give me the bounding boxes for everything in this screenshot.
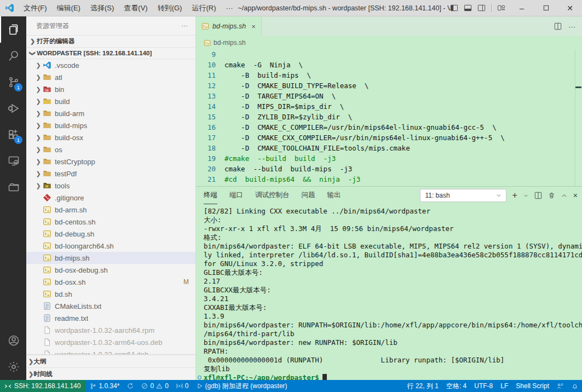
tree-item-wordpaster-1.0.32-arm64-uos.deb[interactable]: wordpaster-1.0.32-arm64-uos.deb xyxy=(26,336,195,348)
activity-folders-icon[interactable] xyxy=(0,174,26,200)
panel-tab-问题[interactable]: 问题 xyxy=(302,187,315,204)
toggle-sidebar-icon[interactable] xyxy=(450,4,458,12)
code-line-17[interactable]: 17 -D CMAKE_CXX_COMPILER=/usr/bin/mips64… xyxy=(196,132,582,143)
toggle-secondary-sidebar-icon[interactable] xyxy=(477,4,486,12)
tree-item-bd-centos.sh[interactable]: bd-centos.sh xyxy=(26,216,195,228)
tree-item-wordpaster-1.0.32-arm64.deb[interactable]: wordpaster-1.0.32-arm64.deb xyxy=(26,348,195,354)
menu-6[interactable]: ··· xyxy=(221,0,238,16)
kill-terminal-icon[interactable] xyxy=(548,192,555,199)
panel-tab-调试控制台[interactable]: 调试控制台 xyxy=(255,187,290,204)
ports-status[interactable]: 0 xyxy=(172,380,193,392)
tree-item-testCryptopp[interactable]: ❯testCryptopp xyxy=(26,155,195,168)
menu-0[interactable]: 文件(F) xyxy=(19,0,52,16)
menu-2[interactable]: 选择(S) xyxy=(85,0,119,16)
language-mode[interactable]: Shell Script xyxy=(512,380,553,392)
code-editor[interactable]: 910cmake -G Ninja \11 -B build-mips \12 … xyxy=(196,49,582,186)
terminal-output[interactable]: [82/82] Linking CXX executable ../bin/mi… xyxy=(196,204,582,380)
split-editor-icon[interactable] xyxy=(554,22,562,30)
editor-more-actions-icon[interactable]: ··· xyxy=(568,22,575,31)
tree-item-build-mips[interactable]: ❯build-mips xyxy=(26,119,195,131)
menu-5[interactable]: 运行(R) xyxy=(187,0,221,16)
customize-layout-icon[interactable] xyxy=(497,4,505,12)
tree-item-build-arm[interactable]: ❯build-arm xyxy=(26,107,195,119)
tree-item-bd-debug.sh[interactable]: bd-debug.sh xyxy=(26,228,195,240)
tree-item-os[interactable]: ❯os xyxy=(26,143,195,155)
code-line-12[interactable]: 12 -D CMAKE_BUILD_TYPE=Release \ xyxy=(196,80,582,91)
code-line-10[interactable]: 10cmake -G Ninja \ xyxy=(196,60,582,70)
panel-tab-输出[interactable]: 输出 xyxy=(327,187,341,204)
toggle-panel-icon[interactable] xyxy=(464,4,472,12)
activity-search-icon[interactable] xyxy=(0,43,26,69)
panel-tab-端口[interactable]: 端口 xyxy=(229,187,243,204)
terminal-dropdown-icon[interactable] xyxy=(523,193,528,198)
maximize-button[interactable] xyxy=(534,0,558,16)
sync-status[interactable] xyxy=(123,380,137,392)
activity-extensions-icon[interactable]: 1 xyxy=(0,122,26,148)
tree-item-bd-loongarch64.sh[interactable]: bd-loongarch64.sh xyxy=(26,240,195,252)
code-line-18[interactable]: 18 -D CMAKE_TOOLCHAIN_FILE=tools/mips.cm… xyxy=(196,143,582,153)
git-branch-status[interactable]: 1.0.34* xyxy=(86,380,123,392)
minimize-button[interactable]: – xyxy=(510,0,534,16)
cursor-position[interactable]: 行 22, 列 1 xyxy=(404,380,442,392)
code-line-15[interactable]: 15 -D ZYLIB_DIR=$zylib_dir \ xyxy=(196,112,582,122)
tree-item-testPdf[interactable]: ❯testPdf xyxy=(26,168,195,180)
feedback-status[interactable] xyxy=(553,380,568,392)
notifications-status[interactable] xyxy=(568,380,582,392)
problems-status[interactable]: 0 0 xyxy=(137,380,172,392)
activity-source-control-icon[interactable]: 1 xyxy=(0,69,26,95)
code-line-9[interactable]: 9 xyxy=(196,49,582,60)
remote-indicator[interactable]: SSH: 192.168.141.140 xyxy=(0,380,86,392)
code-line-19[interactable]: 19#cmake --build build -j3 xyxy=(196,153,582,164)
menu-3[interactable]: 查看(V) xyxy=(119,0,152,16)
menu-1[interactable]: 编辑(E) xyxy=(52,0,85,16)
split-terminal-icon[interactable] xyxy=(534,192,542,199)
workspace-root-section[interactable]: ❯ WORDPASTER [SSH: 192.168.141.140] xyxy=(26,47,195,59)
tree-item-bd-osx.sh[interactable]: bd-osx.shM xyxy=(26,276,195,288)
tree-item-bd-arm.sh[interactable]: bd-arm.sh xyxy=(26,204,195,216)
open-editors-section[interactable]: ❯ 打开的编辑器 xyxy=(26,35,195,47)
panel-tab-终端[interactable]: 终端 xyxy=(204,187,217,204)
tree-item-wordpaster-1.0.32-aarch64.rpm[interactable]: wordpaster-1.0.32-aarch64.rpm xyxy=(26,324,195,336)
tree-item-build-osx[interactable]: ❯build-osx xyxy=(26,131,195,143)
tree-item-CMakeLists.txt[interactable]: CMakeLists.txt xyxy=(26,300,195,312)
code-line-13[interactable]: 13 -D TARGET_MIPS64=ON \ xyxy=(196,91,582,101)
tab-bd-mips[interactable]: bd-mips.sh × xyxy=(196,16,262,36)
close-button[interactable]: ✕ xyxy=(558,0,582,16)
tree-item-.gitignore[interactable]: .gitignore xyxy=(26,192,195,204)
tree-item-.vscode[interactable]: ❯.vscode xyxy=(26,59,195,71)
sidebar-section-大纲[interactable]: ❯大纲 xyxy=(26,355,195,367)
tree-item-atl[interactable]: ❯atl xyxy=(26,71,195,83)
breadcrumb[interactable]: bd-mips.sh xyxy=(196,36,582,49)
debug-status[interactable]: (gdb) 附加进程 (wordpaster) xyxy=(193,380,291,392)
explorer-more-actions-icon[interactable]: ··· xyxy=(181,22,188,30)
tree-item-tools[interactable]: ❯tools xyxy=(26,180,195,192)
code-line-11[interactable]: 11 -B build-mips \ xyxy=(196,70,582,80)
tree-item-build[interactable]: ❯build xyxy=(26,95,195,107)
code-line-20[interactable]: 20cmake --build build-mips -j3 xyxy=(196,164,582,174)
code-line-16[interactable]: 16 -D CMAKE_C_COMPILER=/usr/bin/mips64el… xyxy=(196,122,582,132)
editor-scrollbar[interactable] xyxy=(575,49,582,186)
sidebar-section-时间线[interactable]: ❯时间线 xyxy=(26,367,195,380)
maximize-panel-icon[interactable] xyxy=(561,193,567,199)
encoding[interactable]: UTF-8 xyxy=(470,380,497,392)
activity-explorer-icon[interactable] xyxy=(0,16,26,43)
new-terminal-icon[interactable]: + xyxy=(512,191,517,200)
command-decoration-icon[interactable] xyxy=(198,376,201,379)
code-line-21[interactable]: 21#cd build-mips64 && ninja -j3 xyxy=(196,174,582,185)
tree-item-bd-mips.sh[interactable]: bd-mips.sh xyxy=(26,252,195,264)
activity-run-debug-icon[interactable] xyxy=(0,95,26,122)
activity-settings-gear-icon[interactable] xyxy=(0,354,26,380)
tree-item-bin[interactable]: ❯10bin xyxy=(26,83,195,95)
tab-close-icon[interactable]: × xyxy=(251,22,256,31)
code-line-14[interactable]: 14 -D MIPS_DIR=$mips_dir \ xyxy=(196,101,582,112)
terminal-picker-select[interactable]: 11: bash xyxy=(420,189,506,202)
activity-remote-explorer-icon[interactable] xyxy=(0,148,26,174)
indentation[interactable]: 空格: 4 xyxy=(442,380,470,392)
menu-4[interactable]: 转到(G) xyxy=(153,0,187,16)
tree-item-bd.sh[interactable]: bd.sh xyxy=(26,288,195,300)
close-panel-icon[interactable]: × xyxy=(573,191,578,200)
tree-item-bd-osx-debug.sh[interactable]: bd-osx-debug.sh xyxy=(26,264,195,276)
tree-item-readme.txt[interactable]: readme.txt xyxy=(26,312,195,324)
eol-sequence[interactable]: LF xyxy=(497,380,512,392)
activity-account-icon[interactable] xyxy=(0,327,26,354)
